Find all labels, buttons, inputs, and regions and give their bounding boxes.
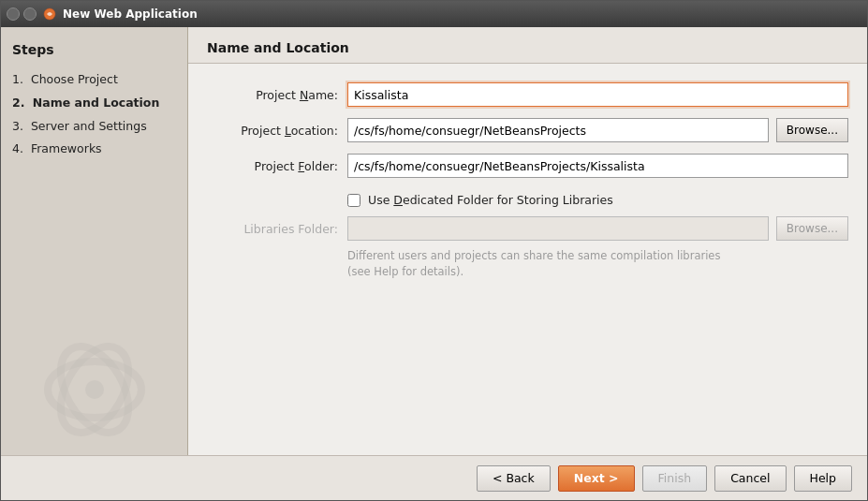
step-4: 4. Frameworks [12, 138, 176, 161]
right-panel: Name and Location Project Name: Project … [188, 27, 867, 455]
back-button[interactable]: < Back [477, 465, 551, 492]
panel-title: Name and Location [207, 40, 349, 55]
project-name-row: Project Name: [207, 82, 848, 107]
project-folder-row: Project Folder: [207, 154, 848, 178]
help-text: Different users and projects can share t… [347, 248, 722, 281]
close-button[interactable] [7, 7, 20, 21]
sidebar: Steps 1. Choose Project 2. Name and Loca… [1, 27, 188, 455]
app-icon [42, 7, 57, 22]
project-location-row: Project Location: Browse... [207, 118, 848, 142]
browse-location-button[interactable]: Browse... [776, 118, 848, 142]
project-name-label: Project Name: [207, 88, 347, 102]
dedicated-folder-checkbox[interactable] [347, 194, 360, 207]
watermark [1, 333, 187, 446]
libraries-folder-input [347, 216, 769, 241]
minimize-button[interactable] [23, 7, 37, 21]
next-button[interactable]: Next > [558, 465, 635, 492]
cancel-button[interactable]: Cancel [714, 465, 786, 492]
project-name-input[interactable] [347, 82, 848, 107]
libraries-row: Libraries Folder: Browse... [207, 216, 848, 241]
panel-header: Name and Location [188, 27, 867, 64]
window: New Web Application Steps 1. Choose Proj… [0, 0, 868, 501]
browse-libraries-button: Browse... [776, 216, 848, 241]
step-1: 1. Choose Project [12, 68, 176, 92]
libraries-folder-label: Libraries Folder: [207, 222, 347, 236]
titlebar-buttons [7, 7, 37, 21]
panel-body: Project Name: Project Location: Browse..… [188, 64, 867, 455]
sidebar-title: Steps [12, 42, 176, 57]
project-folder-input[interactable] [347, 154, 848, 178]
titlebar: New Web Application [1, 1, 867, 27]
project-folder-label: Project Folder: [207, 159, 347, 173]
footer: < Back Next > Finish Cancel Help [1, 455, 867, 500]
main-content: Steps 1. Choose Project 2. Name and Loca… [1, 27, 867, 455]
dedicated-folder-label[interactable]: Use Dedicated Folder for Storing Librari… [368, 193, 613, 207]
checkbox-row: Use Dedicated Folder for Storing Librari… [347, 193, 848, 207]
help-button[interactable]: Help [794, 465, 853, 492]
finish-button: Finish [642, 465, 708, 492]
step-2: 2. Name and Location [12, 92, 176, 115]
window-title: New Web Application [63, 7, 861, 21]
project-location-label: Project Location: [207, 124, 347, 138]
step-3: 3. Server and Settings [12, 115, 176, 139]
steps-list: 1. Choose Project 2. Name and Location 3… [12, 68, 176, 161]
project-location-input[interactable] [347, 118, 769, 142]
svg-point-4 [85, 380, 104, 399]
